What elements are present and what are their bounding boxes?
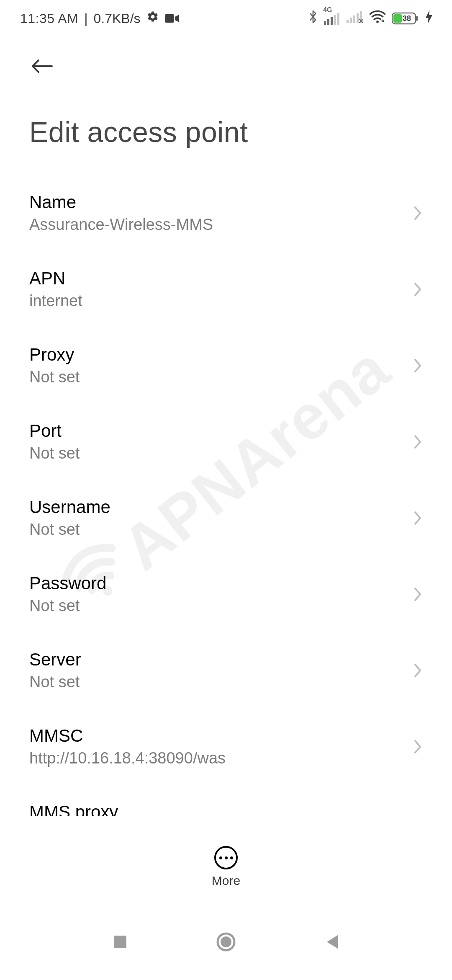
arrow-left-icon [30,58,54,76]
setting-row-username[interactable]: Username Not set [29,480,423,556]
setting-row-mmsc[interactable]: MMSC http://10.16.18.4:38090/was [29,709,423,785]
setting-value: Not set [29,368,404,387]
status-time: 11:35 AM [20,11,78,26]
nav-back-button[interactable] [317,928,347,957]
setting-value: Not set [29,444,404,463]
setting-value: Not set [29,596,404,616]
more-icon [214,846,238,869]
setting-value: internet [29,291,404,311]
circle-icon [216,932,236,954]
back-button[interactable] [29,54,54,80]
setting-value: Not set [29,673,404,692]
setting-row-password[interactable]: Password Not set [29,556,423,632]
square-icon [113,934,128,951]
svg-point-20 [221,936,231,947]
svg-point-12 [376,21,379,23]
chevron-right-icon [413,357,423,374]
svg-rect-3 [327,19,329,25]
chevron-right-icon [413,738,423,755]
setting-row-proxy[interactable]: Proxy Not set [29,328,423,404]
chevron-right-icon [413,662,423,679]
svg-rect-1 [165,14,174,23]
svg-point-13 [381,18,385,23]
triangle-left-icon [324,934,339,952]
svg-text:38: 38 [403,14,411,23]
setting-label: Port [29,420,404,441]
battery-icon: 38 [392,12,419,25]
setting-label: Username [29,497,404,518]
setting-label: Password [29,573,404,594]
setting-row-port[interactable]: Port Not set [29,404,423,480]
bluetooth-icon [308,10,318,27]
setting-row-name[interactable]: Name Assurance-Wireless-MMS [29,175,423,251]
setting-row-server[interactable]: Server Not set [29,632,423,709]
chevron-right-icon [413,281,423,298]
nav-recent-button[interactable] [105,928,135,957]
setting-value: Assurance-Wireless-MMS [29,215,404,235]
chevron-right-icon [413,815,423,816]
video-icon [165,13,179,23]
setting-label: MMS proxy [29,802,404,816]
setting-row-apn[interactable]: APN internet [29,251,423,328]
svg-rect-9 [353,15,355,23]
more-button[interactable]: More [0,846,452,888]
setting-label: Proxy [29,344,404,365]
svg-rect-8 [350,18,352,23]
svg-rect-16 [393,14,402,23]
setting-label: Name [29,192,404,213]
settings-list: Name Assurance-Wireless-MMS APN internet… [0,175,452,816]
nav-divider [17,906,435,906]
svg-rect-10 [357,13,359,23]
signal-1-icon: 4G [324,12,341,25]
status-net-speed: 0.7KB/s [94,11,141,26]
status-separator: | [84,11,87,26]
setting-label: MMSC [29,725,404,746]
chevron-right-icon [413,205,423,222]
svg-rect-18 [114,936,126,948]
wifi-status-icon [369,10,386,27]
setting-row-mms-proxy[interactable]: MMS proxy 10.16.18.77 [29,785,423,816]
status-bar: 11:35 AM | 0.7KB/s 4G 38 [0,0,452,30]
setting-label: Server [29,649,404,670]
setting-value: http://10.16.18.4:38090/was [29,749,404,768]
system-nav-bar [0,920,452,966]
signal-2-icon [347,10,363,26]
svg-rect-15 [416,16,418,21]
svg-rect-6 [337,13,339,25]
svg-rect-4 [331,17,333,25]
chevron-right-icon [413,433,423,450]
charging-icon [425,10,433,27]
setting-label: APN [29,268,404,289]
chevron-right-icon [413,586,423,603]
page-title: Edit access point [0,80,452,175]
nav-home-button[interactable] [211,928,241,957]
setting-value: Not set [29,520,404,539]
gear-icon [146,10,159,26]
svg-rect-7 [347,20,349,23]
settings-scroll-area[interactable]: Name Assurance-Wireless-MMS APN internet… [0,175,452,816]
svg-rect-5 [334,15,336,25]
more-label: More [212,874,240,888]
svg-rect-2 [324,21,326,25]
chevron-right-icon [413,510,423,526]
